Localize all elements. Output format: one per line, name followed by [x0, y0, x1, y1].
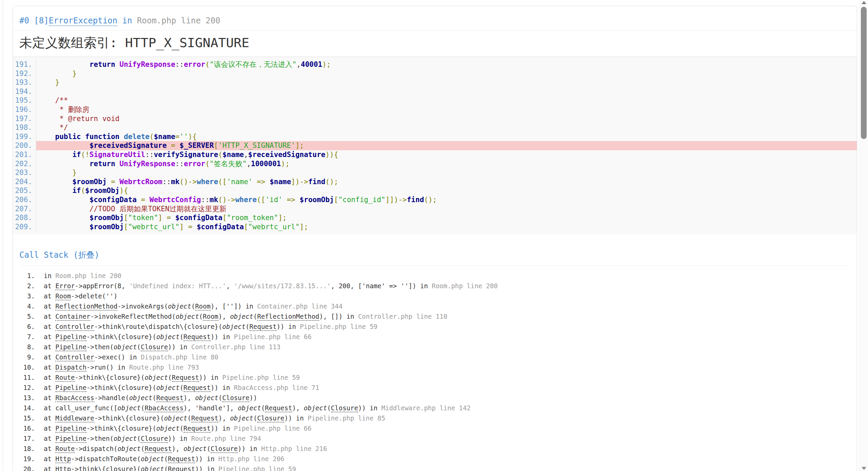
trace-item-number: 4. [19, 301, 44, 311]
scroll-down-arrow-icon [862, 467, 866, 470]
line-number: 199. [13, 132, 36, 141]
code-line: 193. } [13, 78, 857, 87]
trace-item-number: 12. [19, 382, 44, 393]
code-text [36, 87, 857, 96]
trace-item-number: 14. [19, 403, 44, 413]
trace-item-text: at call_user_func([object(RbacAccess), '… [44, 403, 850, 413]
trace-item: 12.at Pipeline->think\{closure}(object(R… [19, 382, 850, 393]
scrollbar-thumb[interactable] [861, 7, 867, 139]
window-edge-line [3, 0, 3, 471]
trace-item-text: at Middleware->think\{closure}(object(Re… [44, 413, 850, 423]
line-number: 202. [13, 159, 36, 169]
trace-item: 3.at Room->delete('') [19, 291, 850, 301]
exception-index: #0 [8] [19, 16, 49, 25]
line-number: 194. [13, 87, 36, 96]
line-number: 195. [13, 96, 36, 105]
line-number: 197. [13, 114, 36, 123]
scrollbar-down-button[interactable] [860, 466, 868, 471]
trace-item-number: 16. [19, 423, 44, 433]
trace-item-number: 3. [19, 291, 44, 301]
code-text: $roomObj = WebrtcRoom::mk()->where(['nam… [36, 177, 857, 187]
trace-item-text: at Room->delete('') [44, 291, 850, 301]
code-line: 192. } [13, 69, 857, 78]
trace-item: 10.at Dispatch->run() in Route.php line … [19, 362, 850, 372]
code-text: return UnifyResponse::error("签名失败",10000… [36, 159, 857, 169]
line-number: 208. [13, 213, 36, 222]
code-line: 197. * @return void [13, 114, 857, 123]
code-text: return UnifyResponse::error("该会议不存在，无法进入… [36, 60, 857, 69]
trace-item: 8.at Pipeline->then(object(Closure)) in … [19, 342, 850, 352]
line-number: 192. [13, 69, 36, 78]
line-number: 200. [13, 141, 36, 150]
exception-location: Room.php line 200 [137, 16, 220, 25]
vertical-scrollbar[interactable] [860, 0, 868, 471]
trace-item-number: 10. [19, 362, 44, 372]
trace-section: Call Stack (折叠) 1.in Room.php line 2002.… [13, 250, 857, 471]
line-number: 209. [13, 222, 36, 232]
trace-item-text: in Room.php line 200 [44, 271, 850, 281]
trace-list: 1.in Room.php line 2002.at Error->appErr… [19, 271, 850, 471]
trace-item-number: 11. [19, 372, 44, 382]
trace-item-text: at Error->appError(8, 'Undefined index: … [44, 281, 850, 291]
trace-item-text: at Http->dispatchToRoute(object(Request)… [44, 454, 850, 464]
line-number: 203. [13, 168, 36, 177]
trace-item-number: 18. [19, 444, 44, 454]
trace-item-text: at Route->dispatch(object(Request), obje… [44, 444, 850, 454]
trace-item-text: at Pipeline->then(object(Closure)) in Ro… [44, 433, 850, 444]
trace-item-text: at RbacAccess->handle(object(Request), o… [44, 393, 850, 403]
code-line: 206. $configData = WebrtcConfig::mk()->w… [13, 195, 857, 204]
code-line: 200. $receivedSignature = $_SERVER['HTTP… [13, 141, 857, 150]
trace-item-number: 17. [19, 433, 44, 444]
trace-item: 7.at Pipeline->think\{closure}(object(Re… [19, 332, 850, 342]
trace-item: 11.at Route->think\{closure}(object(Requ… [19, 372, 850, 382]
trace-item: 5.at Container->invokeReflectMethod(obje… [19, 311, 850, 321]
error-code-text: $receivedSignature = $_SERVER['HTTP_X_SI… [36, 141, 857, 150]
line-number: 204. [13, 177, 36, 187]
code-line: 198. */ [13, 123, 857, 132]
trace-item: 4.at ReflectionMethod->invokeArgs(object… [19, 301, 850, 311]
code-line: 201. if(!SignatureUtil::verifySignature(… [13, 150, 857, 159]
trace-item-number: 2. [19, 281, 44, 291]
trace-item: 13.at RbacAccess->handle(object(Request)… [19, 393, 850, 403]
trace-item-text: at Pipeline->think\{closure}(object(Requ… [44, 382, 850, 393]
trace-item-number: 8. [19, 342, 44, 352]
trace-item-number: 13. [19, 393, 44, 403]
code-text: //TODO 后期如果TOKEN过期就在这里更新 [36, 204, 857, 214]
code-line: 195. /** [13, 96, 857, 105]
call-stack-heading[interactable]: Call Stack (折叠) [19, 250, 850, 266]
trace-item: 2.at Error->appError(8, 'Undefined index… [19, 281, 850, 291]
code-line: 196. * 删除房 [13, 105, 857, 114]
trace-item: 16.at Pipeline->think\{closure}(object(R… [19, 423, 850, 433]
code-text: public function delete($name=''){ [36, 132, 857, 141]
code-text: if($roomObj){ [36, 186, 857, 195]
scroll-up-arrow-icon [862, 1, 866, 4]
trace-item-number: 7. [19, 332, 44, 342]
code-text: */ [36, 123, 857, 132]
scrollbar-up-button[interactable] [860, 0, 868, 5]
trace-item: 17.at Pipeline->then(object(Closure)) in… [19, 433, 850, 444]
trace-item: 9.at Controller->exec() in Dispatch.php … [19, 352, 850, 362]
line-number: 193. [13, 78, 36, 87]
trace-item: 15.at Middleware->think\{closure}(object… [19, 413, 850, 423]
trace-item-number: 9. [19, 352, 44, 362]
trace-item: 6.at Controller->think\route\dispatch\{c… [19, 321, 850, 332]
code-line: 209. $roomObj["webrtc_url"] = $configDat… [13, 222, 857, 232]
code-text: * 删除房 [36, 105, 857, 114]
line-number: 207. [13, 204, 36, 214]
trace-item-text: at ReflectionMethod->invokeArgs(object(R… [44, 301, 850, 311]
code-line: 199. public function delete($name=''){ [13, 132, 857, 141]
exception-in-word: in [117, 16, 137, 25]
trace-item-text: at Pipeline->think\{closure}(object(Requ… [44, 423, 850, 433]
code-text: /** [36, 96, 857, 105]
code-line: 205. if($roomObj){ [13, 186, 857, 195]
line-number: 206. [13, 195, 36, 204]
code-text: $configData = WebrtcConfig::mk()->where(… [36, 195, 857, 204]
trace-item: 19.at Http->dispatchToRoute(object(Reque… [19, 454, 850, 464]
trace-item-text: at Pipeline->think\{closure}(object(Requ… [44, 332, 850, 342]
trace-item-number: 15. [19, 413, 44, 423]
code-text: } [36, 69, 857, 78]
trace-item-text: at Dispatch->run() in Route.php line 793 [44, 362, 850, 372]
trace-item: 20.at Http->think\{closure}(object(Reque… [19, 464, 850, 471]
trace-item: 18.at Route->dispatch(object(Request), o… [19, 444, 850, 454]
exception-card: #0 [8]ErrorException in Room.php line 20… [13, 6, 857, 471]
